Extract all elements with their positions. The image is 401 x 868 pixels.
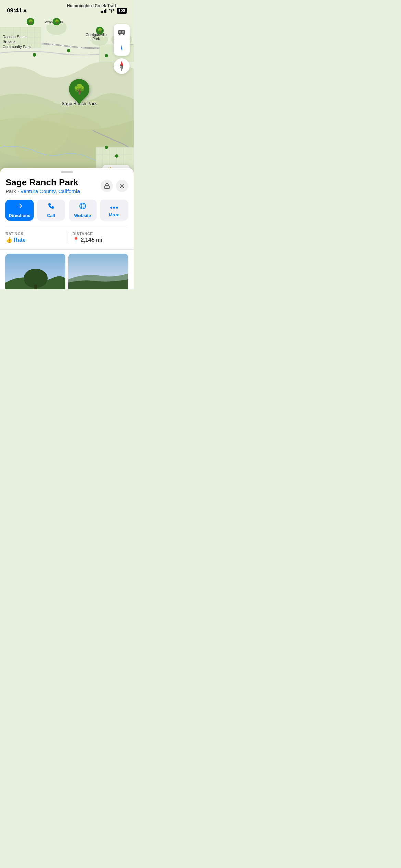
svg-rect-34 (119, 31, 121, 33)
action-buttons: Directions Call Website (0, 194, 134, 221)
svg-point-48 (113, 207, 115, 209)
pin-tree-icon: 🌳 (73, 84, 85, 95)
share-button[interactable] (101, 180, 113, 192)
svg-marker-54 (23, 9, 27, 13)
svg-rect-56 (102, 11, 103, 13)
svg-point-28 (105, 146, 108, 149)
ratings-label: RATINGS (5, 232, 61, 236)
map-control-group (114, 24, 130, 56)
close-button[interactable] (116, 180, 128, 192)
svg-point-29 (115, 154, 118, 158)
sheet-top-actions (101, 180, 128, 192)
more-icon (110, 203, 118, 211)
directions-button[interactable]: Directions (5, 200, 34, 221)
sage-ranch-pin[interactable]: 🌳 Sage Ranch Park (62, 79, 97, 106)
svg-rect-57 (104, 10, 105, 13)
more-label: More (109, 212, 119, 217)
svg-point-24 (33, 53, 36, 57)
svg-rect-35 (122, 31, 124, 33)
directions-label: Directions (9, 213, 31, 218)
website-button[interactable]: Website (69, 200, 97, 221)
call-icon (47, 202, 55, 212)
svg-point-37 (123, 34, 125, 35)
map-view[interactable]: Hummingbird Creek Trail Verde Park Corri… (0, 0, 134, 192)
svg-rect-52 (34, 285, 37, 289)
distance-value: 📍 2,145 mi (73, 237, 129, 243)
sheet-handle[interactable] (61, 171, 73, 173)
ratings-col: RATINGS 👍 Rate (5, 232, 61, 243)
more-button[interactable]: More (100, 200, 128, 221)
drive-mode-button[interactable] (114, 24, 130, 40)
call-label: Call (47, 213, 55, 218)
map-controls: N (114, 24, 130, 74)
signal-icon (101, 9, 107, 13)
svg-point-3 (14, 113, 110, 175)
bottom-sheet: Sage Ranch Park Park · Ventura County, C… (0, 168, 134, 289)
rancho-label: Rancho SantaSusanaCommunity Park (3, 34, 31, 49)
place-subtitle: Park · Ventura County, California (5, 188, 80, 194)
status-bar: 09:41 100 (0, 0, 134, 17)
svg-point-47 (110, 207, 112, 209)
svg-point-44 (81, 203, 84, 209)
corriganville-icon: 🌳 (96, 27, 104, 34)
wifi-icon (109, 9, 114, 13)
ratings-divider (67, 231, 67, 244)
svg-point-49 (116, 207, 118, 209)
thumbs-up-icon: 👍 (5, 237, 12, 243)
svg-rect-55 (101, 11, 102, 13)
rate-button[interactable]: 👍 Rate (5, 237, 61, 243)
compass-n-label: N (120, 64, 123, 68)
distance-icon: 📍 (73, 237, 80, 243)
ratings-row: RATINGS 👍 Rate DISTANCE 📍 2,145 mi (0, 226, 134, 250)
distance-label: DISTANCE (73, 232, 129, 236)
svg-point-25 (67, 49, 70, 52)
svg-point-26 (105, 54, 108, 57)
photos-row (0, 250, 134, 289)
svg-marker-38 (121, 45, 123, 50)
corriganville-label: CorriganvillePark (86, 33, 107, 41)
location-link[interactable]: Ventura County, California (20, 188, 80, 194)
sheet-header: Sage Ranch Park Park · Ventura County, C… (0, 178, 134, 194)
status-time: 09:41 (7, 7, 27, 14)
distance-col: DISTANCE 📍 2,145 mi (73, 232, 129, 243)
photo-2[interactable] (68, 254, 128, 289)
svg-point-36 (119, 34, 121, 35)
pin-bubble: 🌳 (65, 75, 94, 104)
website-icon (79, 202, 86, 212)
compass[interactable]: N (114, 58, 130, 74)
directions-icon (16, 202, 23, 212)
photo-1[interactable] (5, 254, 65, 289)
svg-rect-59 (106, 9, 107, 13)
call-button[interactable]: Call (37, 200, 65, 221)
rancho-park-icon: 🌳 (27, 18, 34, 25)
svg-point-43 (80, 203, 86, 209)
svg-rect-58 (105, 9, 106, 13)
website-label: Website (74, 213, 91, 218)
battery-indicator: 100 (117, 8, 127, 14)
title-group: Sage Ranch Park Park · Ventura County, C… (5, 178, 80, 194)
location-arrow-icon (23, 9, 27, 13)
status-icons: 100 (101, 8, 127, 14)
location-button[interactable] (114, 40, 130, 56)
place-title: Sage Ranch Park (5, 178, 80, 188)
verde-park-icon: 🌳 (53, 18, 60, 25)
